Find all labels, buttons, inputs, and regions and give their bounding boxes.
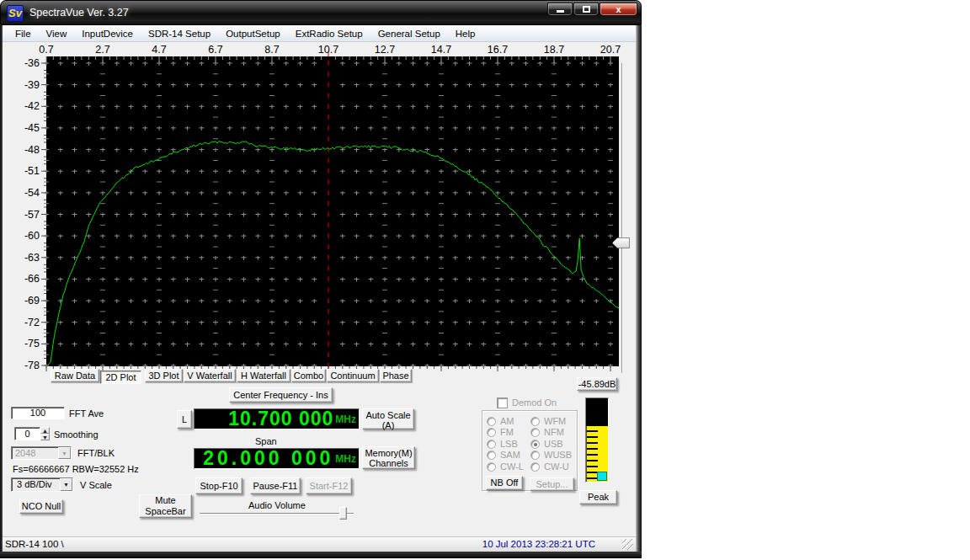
tab-combo[interactable]: Combo [291, 369, 326, 382]
y-axis-label: -72 [24, 317, 40, 328]
menu-item-outputsetup[interactable]: OutputSetup [218, 27, 288, 40]
setup-button[interactable]: Setup... [530, 477, 574, 491]
smoothing-value: 0 [15, 428, 40, 440]
app-icon: Sv [7, 5, 24, 22]
resize-grip[interactable] [622, 539, 633, 550]
radio-label-sam: SAM [500, 450, 520, 460]
x-axis-label: 20.7 [600, 44, 621, 56]
tab-continuum[interactable]: Continuum [327, 369, 379, 382]
start-button[interactable]: Start-F12 [306, 477, 352, 494]
fft-blk-combobox[interactable]: 2048 ▼ [11, 446, 72, 460]
audio-volume-slider-track[interactable] [200, 513, 354, 515]
v-scale-label: V Scale [80, 480, 112, 490]
radio-label-am: AM [500, 416, 514, 426]
smoothing-spin-down[interactable]: ▼ [40, 434, 50, 440]
app-window: Sv SpectraVue Ver. 3.27 x FileViewInputD… [0, 0, 642, 558]
maximize-icon [583, 6, 590, 13]
radio-nfm[interactable] [530, 428, 540, 437]
radio-usb[interactable] [530, 440, 540, 449]
close-button[interactable]: x [600, 3, 637, 16]
memory-line2: Channels [363, 458, 414, 468]
x-axis-label: 10.7 [318, 44, 338, 56]
menu-item-view[interactable]: View [39, 27, 75, 40]
audio-volume-label: Audio Volume [248, 500, 306, 510]
radio-am[interactable] [487, 417, 496, 426]
tab-2d-plot[interactable]: 2D Plot [100, 371, 141, 384]
radio-label-cw-u: CW-U [544, 461, 569, 472]
memory-channels-button[interactable]: Memory(M) Channels [362, 446, 415, 469]
radio-wusb[interactable] [530, 451, 540, 460]
radio-label-cw-l: CW-L [500, 461, 524, 472]
menu-item-extradio-setup[interactable]: ExtRadio Setup [288, 27, 370, 40]
y-axis-label: -60 [24, 230, 40, 242]
fft-blk-dropdown-icon[interactable]: ▼ [58, 447, 71, 459]
radio-label-nfm: NFM [544, 427, 564, 437]
audio-volume-slider-thumb[interactable] [339, 507, 347, 520]
menu-bar: FileViewInputDeviceSDR-14 SetupOutputSet… [3, 25, 636, 42]
y-axis-label: -54 [24, 187, 40, 199]
y-axis-label: -42 [24, 100, 40, 112]
y-axis-label: -45 [24, 122, 40, 134]
nb-off-button[interactable]: NB Off [486, 476, 523, 490]
menu-item-inputdevice[interactable]: InputDevice [74, 27, 141, 40]
fft-ave-label: FFT Ave [69, 408, 104, 419]
signal-level-readout: -45.89dB [577, 377, 617, 391]
y-axis-label: -51 [24, 165, 40, 177]
stop-button[interactable]: Stop-F10 [195, 477, 242, 494]
x-axis-label: 6.7 [208, 44, 222, 56]
y-axis-label: -57 [24, 209, 40, 221]
y-axis-label: -48 [24, 144, 40, 156]
radio-label-wusb: WUSB [544, 450, 572, 460]
tab-raw-data[interactable]: Raw Data [51, 369, 99, 382]
smoothing-label: Smoothing [54, 429, 99, 440]
center-frequency-button[interactable]: Center Frequency - Ins [229, 387, 333, 403]
center-frequency-display[interactable]: 10.700 000 MHz [194, 408, 360, 429]
radio-cw-u[interactable] [530, 462, 540, 472]
radio-selected-dot [534, 443, 537, 446]
radio-lsb[interactable] [487, 440, 496, 449]
radio-label-fm: FM [500, 427, 514, 437]
x-axis-label: 18.7 [544, 44, 564, 56]
pause-button[interactable]: Pause-F11 [250, 477, 301, 494]
mute-spacebar-button[interactable]: Mute SpaceBar [139, 494, 192, 518]
minimize-button[interactable] [547, 3, 573, 16]
x-axis-label: 14.7 [431, 44, 451, 56]
peak-button[interactable]: Peak [579, 490, 617, 504]
tab-3d-plot[interactable]: 3D Plot [145, 369, 183, 382]
tab-phase[interactable]: Phase [380, 369, 412, 382]
radio-fm[interactable] [487, 428, 496, 437]
menu-item-help[interactable]: Help [448, 27, 483, 40]
radio-sam[interactable] [487, 451, 496, 460]
tab-v-waterfall[interactable]: V Waterfall [184, 369, 236, 382]
fft-ave-input[interactable]: 100 [11, 407, 65, 419]
v-scale-dropdown-icon[interactable]: ▼ [60, 478, 72, 491]
menu-item-general-setup[interactable]: General Setup [370, 27, 448, 40]
window-title: SpectraVue Ver. 3.27 [29, 7, 129, 19]
radio-cw-l[interactable] [487, 462, 496, 472]
window-frame-bottom [0, 552, 642, 558]
v-scale-combobox[interactable]: 3 dB/Div ▼ [11, 477, 73, 492]
x-axis-label: 12.7 [375, 44, 395, 56]
maximize-button[interactable] [573, 3, 599, 16]
meter-tick-scale [587, 401, 598, 479]
radio-wfm[interactable] [530, 417, 540, 426]
span-label: Span [255, 436, 277, 446]
fs-rbw-readout: Fs=66666667 RBW=32552 Hz [13, 464, 139, 474]
auto-scale-button[interactable]: Auto Scale (A) [362, 408, 414, 429]
reference-level-slider-track[interactable] [621, 63, 623, 373]
nco-null-button[interactable]: NCO Null [19, 499, 63, 514]
spectrum-plot[interactable]: 0.72.74.76.78.710.712.714.716.718.720.7-… [0, 42, 642, 383]
span-display[interactable]: 20.000 000 MHz [194, 448, 360, 469]
y-axis-label: -75 [24, 338, 40, 349]
l-button[interactable]: L [177, 410, 192, 429]
meter-peak-marker[interactable] [597, 472, 607, 481]
menu-item-sdr-14-setup[interactable]: SDR-14 Setup [141, 27, 218, 40]
smoothing-spin-up[interactable]: ▲ [40, 427, 50, 434]
tab-h-waterfall[interactable]: H Waterfall [237, 369, 290, 382]
menu-item-file[interactable]: File [8, 27, 39, 40]
demod-on-label: Demod On [512, 397, 557, 408]
center-frequency-value: 10.700 000 [228, 408, 333, 430]
smoothing-input[interactable]: 0 [14, 427, 40, 440]
demod-on-checkbox[interactable] [497, 397, 508, 408]
mute-line1: Mute [140, 495, 191, 506]
